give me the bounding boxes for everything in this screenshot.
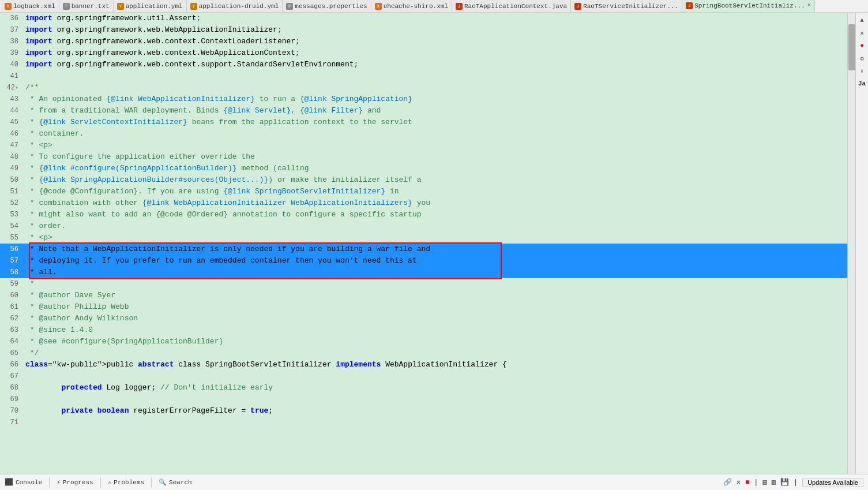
code-line: 58 * all. <box>0 267 847 278</box>
code-line: 38import org.springframework.web.context… <box>0 36 847 47</box>
x-icon-bottom[interactable]: ✕ <box>737 478 741 487</box>
divider2 <box>100 477 101 488</box>
x-mark-icon[interactable]: ✕ <box>857 28 867 38</box>
right-sidebar: ▲ ✕ ● ⚙ ⬇ Ja <box>855 13 868 474</box>
line-content: * {@link #configure(SpringApplicationBui… <box>23 163 847 174</box>
line-number: 66 <box>0 359 23 371</box>
line-number: 39 <box>0 47 23 59</box>
tab-close-springboot[interactable]: × <box>807 2 811 9</box>
line-content: * Note that a WebApplicationInitializer … <box>23 244 847 255</box>
save-icon[interactable]: 💾 <box>780 478 789 487</box>
line-number: 60 <box>0 290 23 301</box>
code-line: 65 */ <box>0 347 847 359</box>
layout-icon-2[interactable]: ▥ <box>772 478 776 487</box>
tab-label-application-druid: application-druid.yml <box>199 3 279 10</box>
line-content: * {@link ServletContextInitializer} bean… <box>23 117 847 128</box>
search-label[interactable]: Search <box>169 479 192 486</box>
line-content: * container. <box>23 128 847 140</box>
tab-label-springboot: SpringBootServletInitializ... <box>694 2 805 9</box>
line-content: * @since 1.4.0 <box>23 324 847 336</box>
line-content: /** <box>23 82 847 93</box>
code-line: 69 <box>0 394 847 405</box>
line-content: * might also want to add an {@code @Orde… <box>23 209 847 220</box>
layout-icon-1[interactable]: ▤ <box>762 478 766 487</box>
code-line: 71 <box>0 417 847 428</box>
line-number: 55 <box>0 232 23 244</box>
tab-icon-messages: P <box>286 3 293 10</box>
line-number: 54 <box>0 220 23 232</box>
progress-icon: ⚡ <box>57 478 61 486</box>
line-number: 53 <box>0 209 23 220</box>
tab-logback[interactable]: Xlogback.xml <box>1 0 59 13</box>
arrow-up-icon[interactable]: ▲ <box>857 15 867 25</box>
problems-section: ⚠ Problems <box>108 478 144 486</box>
line-content: class="kw-public">public abstract class … <box>23 359 847 371</box>
arrow-down-icon[interactable]: ⬇ <box>857 66 867 76</box>
line-number: 51 <box>0 186 23 197</box>
progress-label[interactable]: Progress <box>63 479 93 486</box>
line-content: import org.springframework.web.context.s… <box>23 59 847 70</box>
line-number: 43 <box>0 93 23 105</box>
code-line: 54 * order. <box>0 220 847 232</box>
line-content: * from a traditional WAR deployment. Bin… <box>23 105 847 117</box>
line-content: import org.springframework.web.WebApplic… <box>23 24 847 36</box>
code-line: 47 * <p> <box>0 140 847 151</box>
code-editor[interactable]: 36import org.springframework.util.Assert… <box>0 13 847 474</box>
tab-application-druid[interactable]: Yapplication-druid.yml <box>187 0 283 13</box>
code-line: 52 * combination with other {@link WebAp… <box>0 197 847 209</box>
tab-ehcache[interactable]: Xehcache-shiro.xml <box>371 0 452 13</box>
tab-icon-raotapp: J <box>456 3 463 10</box>
line-number: 71 <box>0 417 23 428</box>
line-number: 40 <box>0 59 23 70</box>
code-line: 64 * @see #configure(SpringApplicationBu… <box>0 336 847 347</box>
line-content: import org.springframework.web.context.C… <box>23 36 847 47</box>
code-line: 44 * from a traditional WAR deployment. … <box>0 105 847 117</box>
tab-messages[interactable]: Pmessages.properties <box>283 0 371 13</box>
line-number: 52 <box>0 197 23 209</box>
stop-icon[interactable]: ■ <box>745 478 749 487</box>
problems-icon: ⚠ <box>108 478 112 486</box>
code-line: 43 * An opinionated {@link WebApplicatio… <box>0 93 847 105</box>
line-number: 46 <box>0 128 23 140</box>
scrollbar-track[interactable] <box>847 13 855 474</box>
line-number: 63 <box>0 324 23 336</box>
line-number: 48 <box>0 151 23 163</box>
tab-raotapp[interactable]: JRaoTApplicationContext.java <box>452 0 571 13</box>
line-number: 42▾ <box>0 82 23 94</box>
scrollbar-thumb[interactable] <box>848 24 855 70</box>
code-line: 66class="kw-public">public abstract clas… <box>0 359 847 371</box>
updates-button[interactable]: Updates Available <box>802 478 863 487</box>
line-content: import org.springframework.web.context.W… <box>23 47 847 59</box>
code-line: 36import org.springframework.util.Assert… <box>0 13 847 24</box>
console-label[interactable]: Console <box>16 479 42 486</box>
code-line: 61 * @author Phillip Webb <box>0 301 847 313</box>
red-circle-icon[interactable]: ● <box>857 40 867 51</box>
tab-label-messages: messages.properties <box>295 3 367 10</box>
line-number: 59 <box>0 278 23 290</box>
line-number: 56 <box>0 244 23 255</box>
problems-label[interactable]: Problems <box>114 479 144 486</box>
line-content: * all. <box>23 267 847 278</box>
tab-springboot[interactable]: JSpringBootServletInitializ...× <box>682 0 814 13</box>
tab-banner[interactable]: Tbanner.txt <box>59 0 114 13</box>
line-content: * {@code @Configuration}. If you are usi… <box>23 186 847 197</box>
code-line: 39import org.springframework.web.context… <box>0 47 847 59</box>
line-number: 70 <box>0 405 23 417</box>
line-content: * @see #configure(SpringApplicationBuild… <box>23 336 847 347</box>
tab-bar: Xlogback.xmlTbanner.txtYapplication.ymlY… <box>0 0 868 13</box>
line-content: * <box>23 278 847 290</box>
tab-icon-application: Y <box>117 3 124 10</box>
settings-icon[interactable]: ⚙ <box>857 53 867 63</box>
divider3 <box>151 477 152 488</box>
link-icon-1[interactable]: 🔗 <box>723 478 732 487</box>
search-icon: 🔍 <box>159 478 167 486</box>
tab-label-raotservice: RaoTServiceInitializer... <box>583 3 678 10</box>
line-number: 50 <box>0 174 23 186</box>
progress-section: ⚡ Progress <box>57 478 93 486</box>
code-line: 37import org.springframework.web.WebAppl… <box>0 24 847 36</box>
code-line: 46 * container. <box>0 128 847 140</box>
tab-application[interactable]: Yapplication.yml <box>114 0 187 13</box>
tab-raotservice[interactable]: JRaoTServiceInitializer... <box>571 0 682 13</box>
line-number: 57 <box>0 255 23 267</box>
tab-label-logback: logback.xml <box>13 3 55 10</box>
